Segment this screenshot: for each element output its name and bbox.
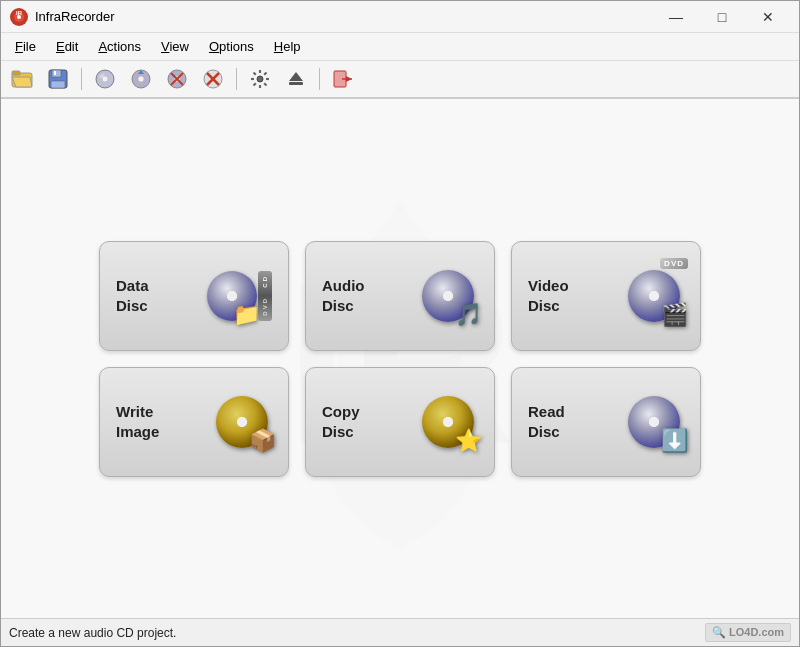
eject-icon	[285, 68, 307, 90]
app-icon: IR	[9, 7, 29, 27]
audio-disc-icon: 🎵	[418, 266, 478, 326]
toolbar-separator-3	[319, 68, 320, 90]
svg-line-30	[264, 73, 266, 75]
maximize-button[interactable]: □	[699, 1, 745, 33]
data-disc-button[interactable]: DataDisc 📁 CD DVD	[99, 241, 289, 351]
svg-line-28	[254, 73, 256, 75]
settings-button[interactable]	[243, 64, 277, 94]
save-project-button[interactable]	[41, 64, 75, 94]
audio-disc-label: AudioDisc	[322, 276, 365, 315]
svg-point-23	[257, 76, 263, 82]
copy-disc-button[interactable]: CopyDisc ⭐	[305, 367, 495, 477]
menu-actions[interactable]: Actions	[88, 35, 151, 58]
erase-disc-button[interactable]	[160, 64, 194, 94]
menu-view[interactable]: View	[151, 35, 199, 58]
eject-button[interactable]	[279, 64, 313, 94]
no-burn-icon	[202, 68, 224, 90]
title-text: InfraRecorder	[35, 9, 114, 24]
exit-icon	[332, 68, 354, 90]
read-disc-label: ReadDisc	[528, 402, 565, 441]
erase-icon	[166, 68, 188, 90]
video-disc-icon: DVD 🎬	[624, 266, 684, 326]
menu-file[interactable]: File	[5, 35, 46, 58]
open-project-button[interactable]	[5, 64, 39, 94]
title-left: IR InfraRecorder	[9, 7, 114, 27]
copy-disc-icon	[130, 68, 152, 90]
save-icon	[47, 68, 69, 90]
menu-bar: File Edit Actions View Options Help	[1, 33, 799, 61]
video-disc-button[interactable]: VideoDisc DVD 🎬	[511, 241, 701, 351]
svg-rect-5	[12, 71, 20, 75]
status-logo: 🔍 LO4D.com	[705, 623, 791, 642]
write-image-icon: 📦	[212, 392, 272, 452]
audio-disc-button[interactable]: AudioDisc 🎵	[305, 241, 495, 351]
menu-edit[interactable]: Edit	[46, 35, 88, 58]
close-button[interactable]: ✕	[745, 1, 791, 33]
svg-rect-7	[52, 70, 61, 77]
no-burn-button[interactable]	[196, 64, 230, 94]
write-image-label: WriteImage	[116, 402, 159, 441]
svg-rect-8	[51, 81, 65, 88]
toolbar-separator-2	[236, 68, 237, 90]
svg-text:IR: IR	[16, 10, 23, 16]
svg-marker-33	[289, 72, 303, 81]
svg-line-31	[254, 83, 256, 85]
svg-rect-9	[54, 71, 56, 75]
exit-button[interactable]	[326, 64, 360, 94]
menu-help[interactable]: Help	[264, 35, 311, 58]
status-bar: Create a new audio CD project. 🔍 LO4D.co…	[1, 618, 799, 646]
data-disc-icon: 📁 CD DVD	[192, 266, 272, 326]
menu-options[interactable]: Options	[199, 35, 264, 58]
data-disc-label: DataDisc	[116, 276, 149, 315]
burn-cd-button[interactable]	[88, 64, 122, 94]
cd-icon	[94, 68, 116, 90]
main-content: IR DataDisc 📁 CD DVD Aud	[1, 99, 799, 618]
svg-line-29	[264, 83, 266, 85]
copy-disc-icon-main: ⭐	[418, 392, 478, 452]
settings-icon	[249, 68, 271, 90]
video-disc-label: VideoDisc	[528, 276, 569, 315]
svg-point-15	[138, 76, 144, 82]
read-disc-button[interactable]: ReadDisc ⬇️	[511, 367, 701, 477]
status-text: Create a new audio CD project.	[9, 626, 176, 640]
title-controls: — □ ✕	[653, 1, 791, 33]
title-bar: IR InfraRecorder — □ ✕	[1, 1, 799, 33]
copy-disc-toolbar-button[interactable]	[124, 64, 158, 94]
minimize-button[interactable]: —	[653, 1, 699, 33]
toolbar	[1, 61, 799, 99]
buttons-grid: DataDisc 📁 CD DVD AudioDisc	[99, 241, 701, 477]
read-disc-icon: ⬇️	[624, 392, 684, 452]
toolbar-separator-1	[81, 68, 82, 90]
open-icon	[11, 68, 33, 90]
svg-rect-32	[289, 82, 303, 85]
copy-disc-label: CopyDisc	[322, 402, 360, 441]
write-image-button[interactable]: WriteImage 📦	[99, 367, 289, 477]
